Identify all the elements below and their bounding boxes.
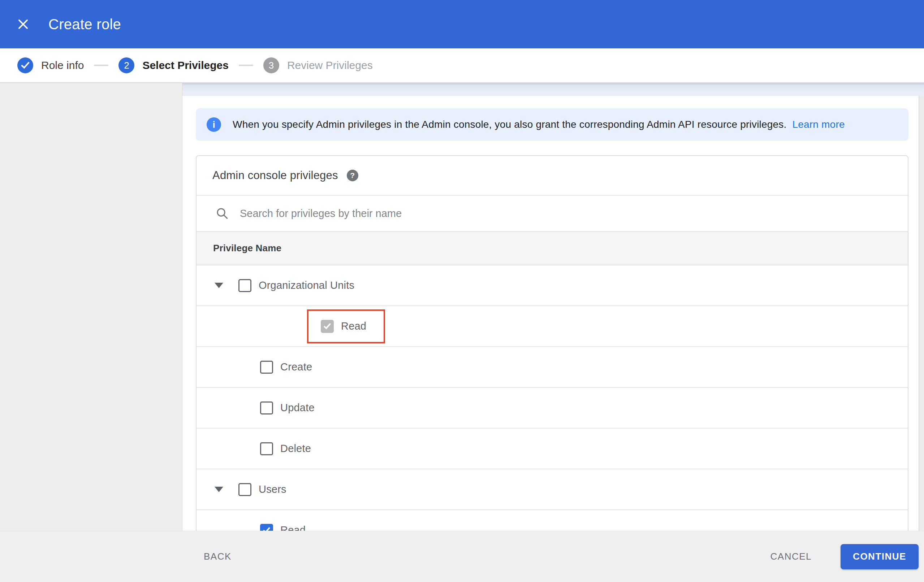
table-header: Privilege Name bbox=[196, 231, 908, 265]
annotation-highlight-box: Read bbox=[307, 309, 385, 343]
banner-text: When you specify Admin privileges in the… bbox=[233, 119, 845, 130]
column-header-privilege-name: Privilege Name bbox=[213, 242, 281, 254]
privilege-label: Update bbox=[280, 402, 315, 414]
scrolled-content-edge bbox=[182, 83, 924, 96]
cancel-button[interactable]: CANCEL bbox=[771, 551, 812, 562]
step-connector bbox=[239, 64, 253, 66]
wizard-stepper: Role info 2 Select Privileges 3 Review P… bbox=[0, 48, 924, 83]
continue-button[interactable]: CONTINUE bbox=[841, 544, 919, 569]
privilege-label: Organizational Units bbox=[259, 279, 354, 291]
checkmark-icon bbox=[21, 60, 30, 69]
privilege-label: Create bbox=[280, 361, 312, 373]
create-role-dialog: Create role Role info 2 Select Privilege… bbox=[0, 0, 924, 582]
checkbox[interactable] bbox=[260, 442, 273, 455]
help-icon[interactable]: ? bbox=[347, 170, 358, 181]
table-row[interactable]: Delete bbox=[196, 429, 908, 469]
table-row[interactable]: Update bbox=[196, 388, 908, 429]
checkbox[interactable] bbox=[238, 483, 251, 496]
banner-message: When you specify Admin privileges in the… bbox=[233, 119, 787, 130]
privilege-label: Users bbox=[259, 483, 286, 495]
step-review-privileges[interactable]: 3 Review Privileges bbox=[263, 58, 373, 73]
table-row[interactable]: Users bbox=[196, 469, 908, 510]
checkbox[interactable] bbox=[260, 361, 273, 374]
privileges-card: Admin console privileges ? Privilege Nam… bbox=[196, 155, 909, 552]
search-row bbox=[196, 195, 908, 231]
page-title: Create role bbox=[48, 16, 121, 33]
left-gutter bbox=[0, 83, 182, 531]
checkmark-icon bbox=[323, 322, 331, 329]
learn-more-link[interactable]: Learn more bbox=[792, 119, 845, 130]
checkbox[interactable] bbox=[321, 320, 334, 333]
step-number-circle: 3 bbox=[263, 58, 279, 73]
privilege-rows: Organizational UnitsReadCreateUpdateDele… bbox=[196, 265, 908, 551]
expand-arrow-icon[interactable] bbox=[214, 283, 223, 288]
back-button[interactable]: BACK bbox=[204, 551, 231, 562]
app-bar: Create role bbox=[0, 0, 924, 48]
x-close-icon bbox=[16, 17, 30, 31]
scrollbar-track[interactable] bbox=[919, 96, 924, 531]
privilege-label: Delete bbox=[280, 443, 311, 455]
step-connector bbox=[94, 64, 108, 66]
checkbox[interactable] bbox=[260, 401, 273, 414]
table-row[interactable]: Read bbox=[196, 306, 908, 347]
table-row[interactable]: Create bbox=[196, 347, 908, 388]
step-select-privileges[interactable]: 2 Select Privileges bbox=[119, 58, 228, 73]
info-icon: i bbox=[206, 117, 221, 132]
step-number-circle: 2 bbox=[119, 58, 134, 73]
step-complete-circle bbox=[17, 58, 33, 73]
search-icon bbox=[215, 206, 229, 220]
table-row[interactable]: Organizational Units bbox=[196, 265, 908, 306]
step-role-info[interactable]: Role info bbox=[17, 58, 84, 73]
privilege-label: Read bbox=[341, 320, 366, 332]
checkbox[interactable] bbox=[238, 279, 251, 292]
step-label: Select Privileges bbox=[142, 59, 228, 71]
close-button[interactable] bbox=[10, 11, 36, 37]
card-header: Admin console privileges ? bbox=[196, 156, 908, 195]
expand-arrow-icon[interactable] bbox=[214, 487, 223, 492]
search-input[interactable] bbox=[240, 208, 818, 219]
step-label: Review Privileges bbox=[287, 59, 373, 71]
footer-action-bar: BACK CANCEL CONTINUE bbox=[0, 531, 924, 582]
info-banner: i When you specify Admin privileges in t… bbox=[196, 108, 909, 141]
step-label: Role info bbox=[41, 59, 84, 71]
card-title: Admin console privileges bbox=[213, 169, 338, 182]
